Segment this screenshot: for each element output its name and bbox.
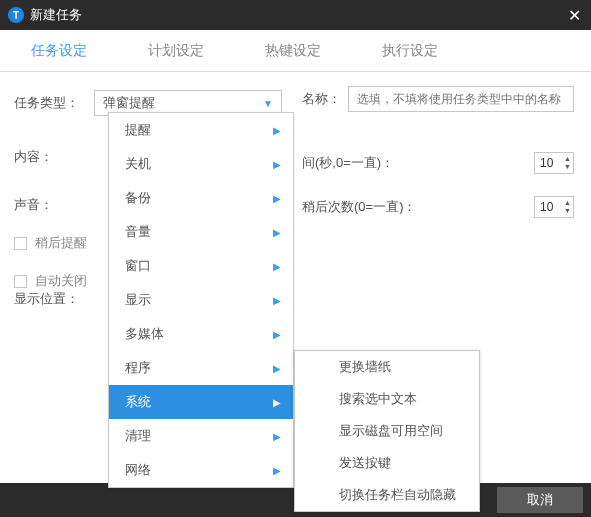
window-title: 新建任务 <box>30 6 82 24</box>
menu-item-multimedia[interactable]: 多媒体▶ <box>109 317 293 351</box>
interval-value: 10 <box>540 156 553 170</box>
menu-item-backup[interactable]: 备份▶ <box>109 181 293 215</box>
content-label: 内容： <box>14 148 94 166</box>
cancel-button[interactable]: 取消 <box>497 487 583 513</box>
tab-hotkey-settings[interactable]: 热键设定 <box>234 30 351 71</box>
submenu-item-wallpaper[interactable]: 更换墙纸 <box>295 351 479 383</box>
chevron-right-icon: ▶ <box>273 295 281 306</box>
submenu-item-send-keys[interactable]: 发送按键 <box>295 447 479 479</box>
chevron-right-icon: ▶ <box>273 159 281 170</box>
task-type-value: 弹窗提醒 <box>103 94 155 112</box>
chevron-down-icon[interactable]: ▼ <box>564 163 571 171</box>
interval-label: 间(秒,0=一直)： <box>302 154 530 172</box>
chevron-right-icon: ▶ <box>273 329 281 340</box>
tab-bar: 任务设定 计划设定 热键设定 执行设定 <box>0 30 591 72</box>
menu-item-label: 备份 <box>125 189 151 207</box>
menu-item-label: 显示 <box>125 291 151 309</box>
menu-item-window[interactable]: 窗口▶ <box>109 249 293 283</box>
menu-item-label: 窗口 <box>125 257 151 275</box>
menu-item-label: 清理 <box>125 427 151 445</box>
menu-item-label: 提醒 <box>125 121 151 139</box>
menu-item-system[interactable]: 系统▶ <box>109 385 293 419</box>
chevron-right-icon: ▶ <box>273 125 281 136</box>
chevron-up-icon[interactable]: ▲ <box>564 199 571 207</box>
submenu-item-search-text[interactable]: 搜索选中文本 <box>295 383 479 415</box>
submenu-item-disk-space[interactable]: 显示磁盘可用空间 <box>295 415 479 447</box>
chevron-right-icon: ▶ <box>273 397 281 408</box>
menu-item-label: 关机 <box>125 155 151 173</box>
sound-label: 声音： <box>14 196 94 214</box>
menu-item-label: 多媒体 <box>125 325 164 343</box>
remind-later-checkbox[interactable] <box>14 237 27 250</box>
titlebar: T 新建任务 ✕ <box>0 0 591 30</box>
remind-later-row: 稍后提醒 <box>14 234 577 252</box>
tab-task-settings[interactable]: 任务设定 <box>0 30 117 71</box>
chevron-right-icon: ▶ <box>273 261 281 272</box>
close-icon[interactable]: ✕ <box>568 6 581 25</box>
task-type-menu: 提醒▶ 关机▶ 备份▶ 音量▶ 窗口▶ 显示▶ 多媒体▶ 程序▶ 系统▶ 清理▶… <box>108 112 294 488</box>
system-submenu: 更换墙纸 搜索选中文本 显示磁盘可用空间 发送按键 切换任务栏自动隐藏 <box>294 350 480 512</box>
auto-close-label: 自动关闭 <box>35 272 87 290</box>
name-label: 名称： <box>302 90 348 108</box>
menu-item-label: 音量 <box>125 223 151 241</box>
auto-close-row: 自动关闭 <box>14 272 577 290</box>
chevron-right-icon: ▶ <box>273 193 281 204</box>
menu-item-label: 网络 <box>125 461 151 479</box>
task-type-label: 任务类型： <box>14 94 94 112</box>
chevron-down-icon: ▼ <box>263 98 273 109</box>
content-area: 任务类型： 弹窗提醒 ▼ 内容： 声音： 稍后提醒 自动关闭 名称： 间(秒,0… <box>0 72 591 290</box>
chevron-right-icon: ▶ <box>273 363 281 374</box>
chevron-up-icon[interactable]: ▲ <box>564 155 571 163</box>
menu-item-label: 系统 <box>125 393 151 411</box>
chevron-right-icon: ▶ <box>273 465 281 476</box>
submenu-item-taskbar-autohide[interactable]: 切换任务栏自动隐藏 <box>295 479 479 511</box>
name-field[interactable] <box>348 86 574 112</box>
menu-item-remind[interactable]: 提醒▶ <box>109 113 293 147</box>
remind-later-label: 稍后提醒 <box>35 234 87 252</box>
menu-item-volume[interactable]: 音量▶ <box>109 215 293 249</box>
auto-close-checkbox[interactable] <box>14 275 27 288</box>
remind-count-label: 稍后次数(0=一直)： <box>302 198 530 216</box>
tab-plan-settings[interactable]: 计划设定 <box>117 30 234 71</box>
menu-item-display[interactable]: 显示▶ <box>109 283 293 317</box>
menu-item-program[interactable]: 程序▶ <box>109 351 293 385</box>
menu-item-shutdown[interactable]: 关机▶ <box>109 147 293 181</box>
remind-count-stepper[interactable]: 10 ▲ ▼ <box>534 196 574 218</box>
menu-item-label: 程序 <box>125 359 151 377</box>
chevron-right-icon: ▶ <box>273 227 281 238</box>
menu-item-network[interactable]: 网络▶ <box>109 453 293 487</box>
menu-item-cleanup[interactable]: 清理▶ <box>109 419 293 453</box>
app-logo-icon: T <box>8 7 24 23</box>
tab-execute-settings[interactable]: 执行设定 <box>351 30 468 71</box>
position-label: 显示位置： <box>14 290 79 308</box>
remind-count-value: 10 <box>540 200 553 214</box>
chevron-right-icon: ▶ <box>273 431 281 442</box>
chevron-down-icon[interactable]: ▼ <box>564 207 571 215</box>
interval-stepper[interactable]: 10 ▲ ▼ <box>534 152 574 174</box>
